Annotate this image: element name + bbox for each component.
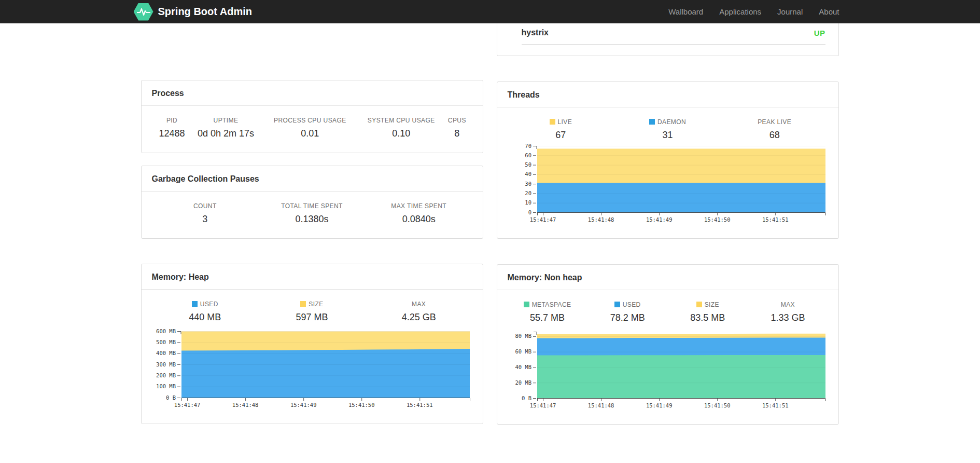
legend-swatch-size xyxy=(696,302,702,307)
threads-card: Threads LIVE 67 DAEMON 31 PEAK LIVE 68 xyxy=(497,81,839,239)
service-status-row: hystrix UP xyxy=(522,23,825,45)
stat-process-cpu: PROCESS CPU USAGE 0.01 xyxy=(263,106,357,139)
memory-heap-chart: 0 B100 MB200 MB300 MB400 MB500 MB600 MB1… xyxy=(142,328,483,410)
svg-text:500 MB: 500 MB xyxy=(156,339,176,345)
stat-gc-max: MAX TIME SPENT 0.0840s xyxy=(366,192,472,225)
svg-text:80 MB: 80 MB xyxy=(515,333,531,339)
svg-text:0 B: 0 B xyxy=(522,395,531,401)
svg-text:15:41:51: 15:41:51 xyxy=(762,216,788,223)
stat-gc-count: COUNT 3 xyxy=(151,192,258,225)
svg-text:70: 70 xyxy=(525,143,531,149)
svg-text:40 MB: 40 MB xyxy=(515,364,531,370)
brand-link[interactable]: Spring Boot Admin xyxy=(134,3,252,21)
service-status-card: hystrix UP xyxy=(497,23,839,56)
card-title: Process xyxy=(142,80,483,106)
svg-text:15:41:50: 15:41:50 xyxy=(348,402,374,408)
svg-text:15:41:50: 15:41:50 xyxy=(704,216,730,223)
legend-swatch-used xyxy=(192,301,198,307)
stat-uptime: UPTIME 0d 0h 2m 17s xyxy=(189,106,263,139)
memory-nonheap-card: Memory: Non heap METASPACE 55.7 MB USED … xyxy=(497,264,839,425)
main-content: Process PID 12488 UPTIME 0d 0h 2m 17s PR… xyxy=(141,23,839,425)
stat-threads-live: LIVE 67 xyxy=(507,107,614,141)
status-badge: UP xyxy=(814,29,825,37)
legend-swatch-size xyxy=(300,301,306,307)
card-title: Garbage Collection Pauses xyxy=(142,166,483,192)
navbar: Spring Boot Admin Wallboard Applications… xyxy=(0,0,980,23)
stat-heap-used: USED 440 MB xyxy=(151,290,258,323)
stat-nonheap-max: MAX 1.33 GB xyxy=(748,290,828,323)
left-column: Process PID 12488 UPTIME 0d 0h 2m 17s PR… xyxy=(141,80,483,424)
svg-text:15:41:51: 15:41:51 xyxy=(406,402,432,408)
service-name: hystrix xyxy=(522,28,549,37)
threads-chart: 01020304050607015:41:4715:41:4815:41:491… xyxy=(497,143,838,225)
brand-title: Spring Boot Admin xyxy=(158,6,252,18)
nav-link-applications[interactable]: Applications xyxy=(719,7,761,16)
stat-heap-max: MAX 4.25 GB xyxy=(366,290,472,323)
svg-text:15:41:51: 15:41:51 xyxy=(762,402,788,408)
stat-heap-size: SIZE 597 MB xyxy=(258,290,365,323)
card-title: Threads xyxy=(497,82,838,107)
svg-text:15:41:47: 15:41:47 xyxy=(529,402,556,408)
svg-text:50: 50 xyxy=(525,161,531,168)
nav-links: Wallboard Applications Journal About xyxy=(668,7,839,16)
memory-heap-card: Memory: Heap USED 440 MB SIZE 597 MB MAX… xyxy=(141,264,483,424)
svg-text:10: 10 xyxy=(525,199,531,206)
stat-cpus: CPUS 8 xyxy=(445,106,469,139)
svg-text:100 MB: 100 MB xyxy=(156,383,176,389)
threads-stats: LIVE 67 DAEMON 31 PEAK LIVE 68 xyxy=(507,107,828,141)
stat-nonheap-used: USED 78.2 MB xyxy=(587,290,668,323)
svg-text:15:41:48: 15:41:48 xyxy=(587,402,614,408)
svg-text:40: 40 xyxy=(525,171,531,177)
card-title: Memory: Non heap xyxy=(497,265,838,290)
stat-threads-peak: PEAK LIVE 68 xyxy=(721,107,828,141)
nav-link-journal[interactable]: Journal xyxy=(777,7,803,16)
nav-link-wallboard[interactable]: Wallboard xyxy=(668,7,703,16)
svg-text:15:41:47: 15:41:47 xyxy=(529,216,556,223)
right-column: hystrix UP Threads LIVE 67 DAEMON 31 xyxy=(497,23,839,425)
svg-text:15:41:49: 15:41:49 xyxy=(646,402,672,408)
svg-text:400 MB: 400 MB xyxy=(156,350,176,356)
svg-text:15:41:49: 15:41:49 xyxy=(290,402,316,408)
nav-link-about[interactable]: About xyxy=(819,7,839,16)
process-stats: PID 12488 UPTIME 0d 0h 2m 17s PROCESS CP… xyxy=(155,106,469,139)
nonheap-stats: METASPACE 55.7 MB USED 78.2 MB SIZE 83.5… xyxy=(507,290,828,323)
stat-nonheap-size: SIZE 83.5 MB xyxy=(667,290,748,323)
svg-text:600 MB: 600 MB xyxy=(156,328,176,334)
svg-text:15:41:47: 15:41:47 xyxy=(174,402,200,408)
legend-swatch-daemon xyxy=(649,119,655,125)
card-title: Memory: Heap xyxy=(142,264,483,290)
svg-text:15:41:48: 15:41:48 xyxy=(587,216,614,223)
svg-text:300 MB: 300 MB xyxy=(156,361,176,367)
stat-system-cpu: SYSTEM CPU USAGE 0.10 xyxy=(357,106,445,139)
svg-text:15:41:49: 15:41:49 xyxy=(646,216,672,223)
svg-text:20: 20 xyxy=(525,190,531,196)
stat-gc-total: TOTAL TIME SPENT 0.1380s xyxy=(258,192,365,225)
legend-swatch-metaspace xyxy=(524,302,529,307)
svg-text:60: 60 xyxy=(525,152,531,158)
stat-threads-daemon: DAEMON 31 xyxy=(614,107,721,141)
svg-text:15:41:48: 15:41:48 xyxy=(232,402,258,408)
gc-card: Garbage Collection Pauses COUNT 3 TOTAL … xyxy=(141,166,483,239)
legend-swatch-used xyxy=(614,302,620,307)
svg-text:0 B: 0 B xyxy=(166,394,176,401)
stat-pid: PID 12488 xyxy=(155,106,189,139)
memory-nonheap-chart: 0 B20 MB40 MB60 MB80 MB15:41:4715:41:481… xyxy=(497,329,838,411)
svg-text:0: 0 xyxy=(528,209,531,215)
pulse-hexagon-logo-icon xyxy=(134,3,153,21)
svg-text:20 MB: 20 MB xyxy=(515,379,531,386)
svg-text:15:41:50: 15:41:50 xyxy=(704,402,730,408)
legend-swatch-live xyxy=(550,119,555,125)
svg-text:30: 30 xyxy=(525,181,531,187)
svg-text:60 MB: 60 MB xyxy=(515,348,531,355)
stat-nonheap-metaspace: METASPACE 55.7 MB xyxy=(507,290,587,323)
gc-stats: COUNT 3 TOTAL TIME SPENT 0.1380s MAX TIM… xyxy=(151,192,472,225)
process-card: Process PID 12488 UPTIME 0d 0h 2m 17s PR… xyxy=(141,80,483,153)
svg-text:200 MB: 200 MB xyxy=(156,372,176,378)
heap-stats: USED 440 MB SIZE 597 MB MAX 4.25 GB xyxy=(151,290,472,323)
